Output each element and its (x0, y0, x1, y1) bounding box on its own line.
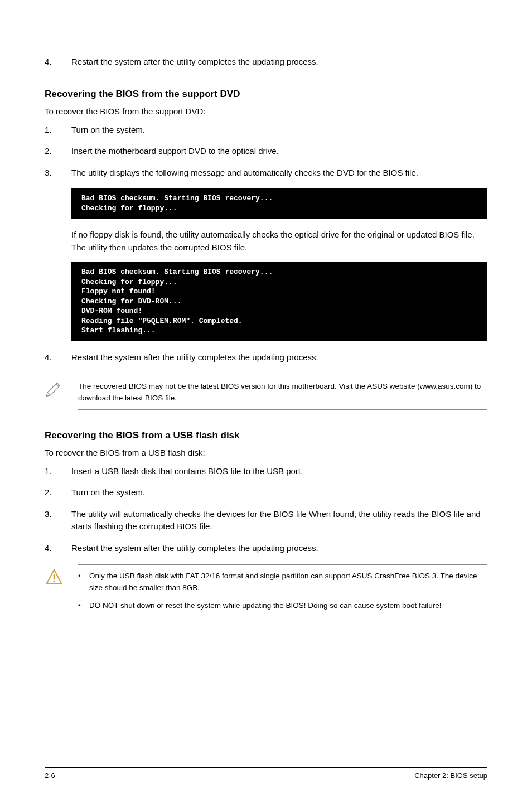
warning-text: Only the USB flash disk with FAT 32/16 f… (89, 571, 487, 593)
section-intro: To recover the BIOS from the support DVD… (45, 107, 487, 116)
step-text: The utility will automatically checks th… (71, 508, 487, 533)
step-text: Insert the motherboard support DVD to th… (71, 145, 487, 158)
bullet-marker: • (78, 600, 89, 611)
warning-text: DO NOT shut down or reset the system whi… (89, 600, 487, 611)
page-number: 2-6 (45, 771, 55, 780)
warning-box: • Only the USB flash disk with FAT 32/16… (45, 564, 487, 624)
section-heading-dvd: Recovering the BIOS from the support DVD (45, 89, 487, 100)
step-number: 3. (45, 167, 71, 180)
warning-bullet: • DO NOT shut down or reset the system w… (78, 600, 487, 611)
step-number: 1. (45, 465, 71, 478)
step-text: The utility displays the following messa… (71, 167, 487, 180)
step-text: Restart the system after the utility com… (71, 351, 487, 364)
step-item: 4. Restart the system after the utility … (45, 56, 487, 69)
step-number: 2. (45, 486, 71, 499)
step-text: Turn on the system. (71, 486, 487, 499)
warning-content: • Only the USB flash disk with FAT 32/16… (78, 564, 487, 624)
svg-point-1 (53, 581, 55, 582)
step-item: 2. Insert the motherboard support DVD to… (45, 145, 487, 158)
note-box: The recovered BIOS may not be the latest… (45, 375, 487, 410)
explanation-text: If no floppy disk is found, the utility … (71, 229, 487, 254)
warning-bullet: • Only the USB flash disk with FAT 32/16… (78, 571, 487, 593)
pencil-icon (45, 375, 78, 399)
step-text: Insert a USB flash disk that contains BI… (71, 465, 487, 478)
chapter-title: Chapter 2: BIOS setup (414, 771, 487, 780)
step-text: Restart the system after the utility com… (71, 56, 487, 69)
step-number: 2. (45, 145, 71, 158)
step-item: 2. Turn on the system. (45, 486, 487, 499)
step-item: 4. Restart the system after the utility … (45, 542, 487, 555)
step-number: 1. (45, 124, 71, 137)
warning-icon (45, 564, 78, 589)
step-number: 4. (45, 351, 71, 364)
terminal-output: Bad BIOS checksum. Starting BIOS recover… (71, 262, 487, 341)
step-number: 4. (45, 542, 71, 555)
step-number: 3. (45, 508, 71, 533)
step-item: 3. The utility will automatically checks… (45, 508, 487, 533)
step-item: 3. The utility displays the following me… (45, 167, 487, 180)
step-number: 4. (45, 56, 71, 69)
bullet-marker: • (78, 571, 89, 593)
section-intro: To recover the BIOS from a USB flash dis… (45, 448, 487, 457)
page-footer: 2-6 Chapter 2: BIOS setup (45, 767, 487, 780)
step-item: 4. Restart the system after the utility … (45, 351, 487, 364)
terminal-output: Bad BIOS checksum. Starting BIOS recover… (71, 188, 487, 219)
section-heading-usb: Recovering the BIOS from a USB flash dis… (45, 430, 487, 441)
step-item: 1. Turn on the system. (45, 124, 487, 137)
step-text: Turn on the system. (71, 124, 487, 137)
note-text: The recovered BIOS may not be the latest… (78, 375, 487, 410)
step-item: 1. Insert a USB flash disk that contains… (45, 465, 487, 478)
step-text: Restart the system after the utility com… (71, 542, 487, 555)
